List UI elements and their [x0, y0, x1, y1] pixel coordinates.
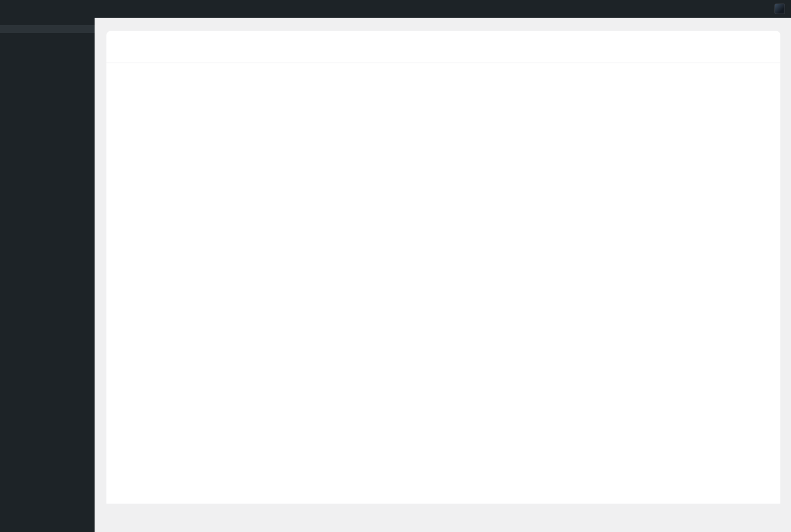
stats-table-panel [106, 31, 780, 504]
wordpress-logo-icon[interactable] [17, 0, 25, 18]
home-icon[interactable] [25, 0, 33, 18]
admin-bar-account[interactable] [770, 4, 791, 14]
table-header-row [106, 31, 780, 63]
sidebar-submenu [0, 25, 95, 33]
object-cache-button[interactable] [67, 0, 75, 18]
links-counter-button[interactable] [75, 0, 86, 18]
user-avatar [774, 4, 785, 14]
new-content-button[interactable] [56, 0, 67, 18]
main-content [95, 0, 791, 532]
sidebar [0, 18, 95, 532]
comments-button[interactable] [44, 0, 56, 18]
admin-bar [0, 0, 791, 18]
admin-bar-left [0, 0, 770, 18]
updates-button[interactable] [33, 0, 44, 18]
